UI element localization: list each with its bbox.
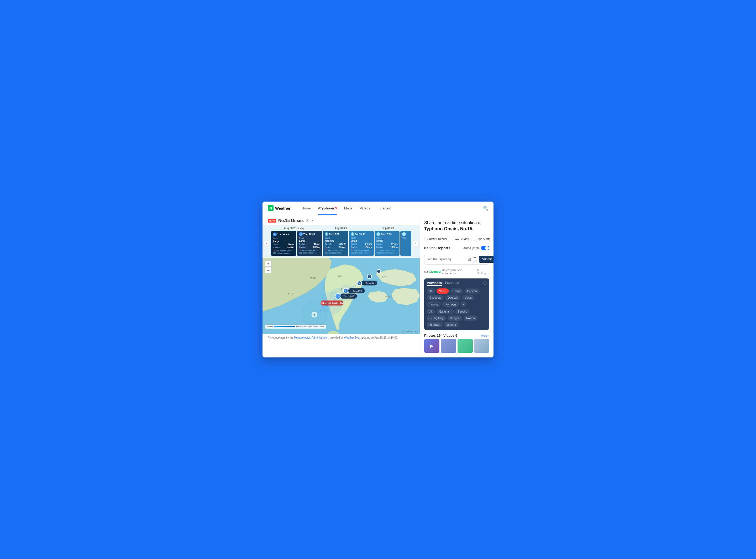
- provinces-tabs: Provinces Favorites ⓘ: [427, 281, 487, 286]
- chip-nowon[interactable]: Nowon: [464, 315, 477, 321]
- zoom-in-button[interactable]: +: [265, 260, 271, 267]
- cctv-map-button[interactable]: CCTV Map: [452, 236, 472, 242]
- nav-home[interactable]: Home: [298, 202, 314, 215]
- chip-seoul[interactable]: Seoul: [437, 288, 449, 294]
- auto-update: Auto-Update: [463, 246, 489, 250]
- provinces-info-icon[interactable]: ⓘ: [483, 281, 487, 286]
- media-more-button[interactable]: More ›: [481, 334, 489, 337]
- info-icon[interactable]: ⓘ: [306, 218, 309, 223]
- cleanbot-badge: 🤖 Cleanbot detects abusive comments.: [424, 268, 477, 275]
- svg-text:Thu. 10:00: Thu. 10:00: [343, 295, 354, 298]
- card-dot-3: 3: [273, 232, 277, 236]
- timeline-dates: Aug.30.23. Today Aug.31.23. Sep.01.23.: [263, 227, 420, 230]
- card-dot-4: 4: [299, 232, 303, 236]
- report-input[interactable]: [427, 258, 466, 261]
- timeline-next-button[interactable]: ›: [413, 240, 419, 246]
- svg-text:후쿠오카: 후쿠오카: [385, 296, 393, 298]
- province-top-chips: All Seoul Busan Incheon Gyeonggi Daejeon…: [427, 288, 487, 307]
- image-icon[interactable]: 🖼: [468, 257, 471, 261]
- chip-incheon[interactable]: Incheon: [464, 288, 479, 294]
- chip-ulsan[interactable]: Ulsan: [462, 295, 474, 300]
- timeline-card-7[interactable]: 7 Sat. 15:30 Scale Small Speed17m/s Radi…: [375, 231, 400, 256]
- media-thumb-2[interactable]: [441, 339, 456, 353]
- reports-count: 87,255 Reports: [424, 246, 450, 250]
- timeline-card-4[interactable]: 4 Thu. 12:00 Scale Large Speed42m/s Radi…: [297, 231, 322, 256]
- dropdown-icon[interactable]: ▾: [311, 219, 313, 223]
- chip-sejong[interactable]: Sejong: [427, 301, 441, 307]
- weather-eye-link[interactable]: Weather Eye: [344, 336, 359, 339]
- zoom-out-button[interactable]: −: [265, 267, 271, 273]
- nav-maps[interactable]: Maps: [340, 202, 356, 215]
- chip-seocho[interactable]: Seocho: [455, 309, 470, 314]
- report-icons: 🖼 💬: [468, 257, 477, 261]
- main-content: NOW No.15 Omais ⓘ ▾ Aug.30.23. Today Aug…: [263, 215, 493, 357]
- chip-gyeonggi2[interactable]: Gyeonggi: [442, 301, 459, 307]
- play-icon-1: ▶: [430, 343, 433, 349]
- timeline-card-8[interactable]: 8 Thu.: [400, 231, 412, 256]
- timeline: Aug.30.23. Today Aug.31.23. Sep.01.23. ‹…: [263, 225, 420, 258]
- submit-button[interactable]: Submit: [479, 256, 493, 263]
- svg-text:Thu. 12:00: Thu. 12:00: [351, 289, 362, 292]
- chip-seongdong[interactable]: Seongdong: [427, 315, 446, 321]
- svg-text:4: 4: [345, 289, 347, 292]
- timeline-cards: 3 Thu. 10:00 Scale Large Speed52m/s Radi…: [263, 231, 420, 256]
- action-buttons: Safety Protocol CCTV Map Text Alerts: [424, 236, 489, 242]
- cleanbot-desc: detects abusive comments.: [442, 268, 477, 275]
- chip-all-sub[interactable]: All: [427, 309, 435, 314]
- setting-button[interactable]: ⚙ Setting: [477, 268, 489, 275]
- logo-n: N: [268, 205, 273, 211]
- typhoon-header: NOW No.15 Omais ⓘ ▾: [263, 215, 420, 225]
- auto-update-label: Auto-Update: [463, 246, 480, 250]
- announcement: Announcement by the Meteorological Admin…: [263, 334, 420, 341]
- svg-text:7: 7: [378, 270, 380, 273]
- now-badge: NOW: [268, 219, 276, 223]
- svg-text:칭다오: 칭다오: [288, 293, 293, 295]
- safety-protocol-button[interactable]: Safety Protocol: [424, 236, 450, 242]
- chip-all-top[interactable]: All: [427, 288, 435, 294]
- timeline-card-5[interactable]: 5 Fri. 15:30 Scale Medium Speed30m/s Rad…: [323, 231, 348, 256]
- svg-text:5: 5: [359, 282, 360, 285]
- chip-jongro[interactable]: Jong-ro: [444, 322, 459, 327]
- svg-text:Fri. 15:30: Fri. 15:30: [365, 282, 374, 284]
- chip-more[interactable]: ▾: [461, 301, 466, 307]
- met-admin-link[interactable]: Meteorological Administration: [294, 336, 328, 339]
- timeline-prev-button[interactable]: ‹: [264, 240, 270, 246]
- nav-typhoon[interactable]: #Typhoon●: [314, 202, 340, 215]
- right-panel: Share the real-time situation of Typhoon…: [420, 215, 493, 357]
- province-sub-chips: All Gangnam Seocho Seongdong Songpa Nowo…: [427, 309, 487, 327]
- comment-icon[interactable]: 💬: [473, 257, 477, 261]
- share-title: Share the real-time situation of Typhoon…: [424, 220, 489, 232]
- timeline-card-3[interactable]: 3 Thu. 10:00 Scale Large Speed52m/s Radi…: [271, 231, 296, 256]
- svg-text:오사카: 오사카: [382, 276, 387, 278]
- auto-update-toggle[interactable]: [481, 246, 489, 250]
- tab-provinces[interactable]: Provinces: [427, 281, 442, 286]
- media-title: Photos 15 · Videos 6: [424, 334, 457, 337]
- map-container: 베이징 칭다오 평양 서울 부산 오사카 후쿠오카: [263, 258, 420, 334]
- tab-favorites[interactable]: Favorites: [445, 281, 459, 286]
- nav-forecast[interactable]: Forecast: [374, 202, 395, 215]
- timeline-card-6[interactable]: 6 Fri. 15:30 Scale Small Speed20m/s Radi…: [349, 231, 374, 256]
- text-alerts-button[interactable]: Text Alerts: [474, 236, 493, 242]
- map-svg: 베이징 칭다오 평양 서울 부산 오사카 후쿠오카: [263, 258, 420, 334]
- chip-gyeonggi[interactable]: Gyeonggi: [427, 295, 444, 300]
- media-row: Photos 15 · Videos 6 More ›: [424, 334, 489, 337]
- chip-gangnam[interactable]: Gangnam: [437, 309, 454, 314]
- media-thumb-3[interactable]: [458, 339, 473, 353]
- svg-text:베이징: 베이징: [310, 276, 316, 279]
- report-input-row: 🖼 💬 Submit: [424, 254, 489, 265]
- cleanbot-row: 🤖 Cleanbot detects abusive comments. ⚙ S…: [424, 268, 489, 275]
- navigation: N Weather Home #Typhoon● Maps Videos For…: [263, 202, 493, 215]
- logo[interactable]: N Weather: [268, 205, 291, 211]
- browser-window: N Weather Home #Typhoon● Maps Videos For…: [263, 202, 493, 357]
- chip-songpa[interactable]: Songpa: [448, 315, 462, 321]
- card-dot-8: 8: [402, 232, 406, 236]
- media-thumb-4[interactable]: [474, 339, 489, 353]
- media-thumb-1[interactable]: ▶: [424, 339, 440, 353]
- chip-yongsan[interactable]: Yongsan: [427, 322, 443, 327]
- search-icon[interactable]: 🔍: [483, 206, 488, 211]
- map-watermark: © NAVER Corp.: [403, 330, 418, 333]
- media-section: Photos 15 · Videos 6 More › ▶: [424, 334, 489, 353]
- nav-videos[interactable]: Videos: [356, 202, 374, 215]
- chip-busan[interactable]: Busan: [450, 288, 463, 294]
- chip-daejeon[interactable]: Daejeon: [445, 295, 461, 300]
